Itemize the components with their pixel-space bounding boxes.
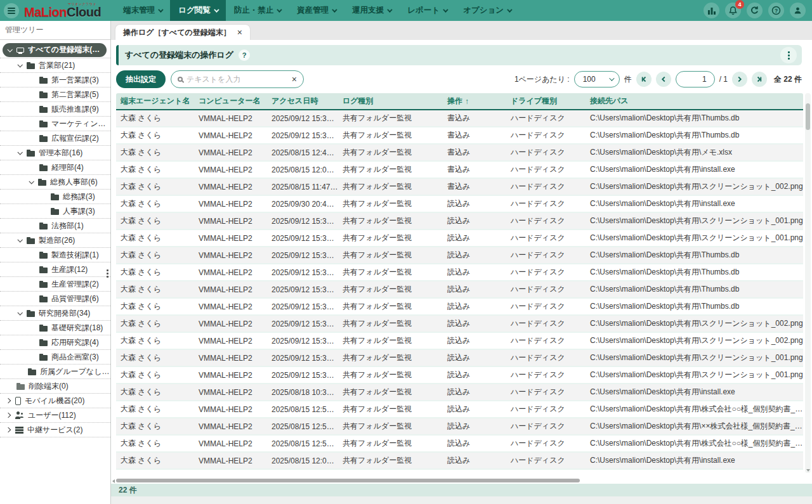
chevron-down-icon[interactable]: [17, 150, 22, 155]
table-row[interactable]: 大森 さくらVMMAL-HELP22025/08/15 12:00:41共有フォ…: [116, 453, 803, 470]
tree-item[interactable]: 製造部(26): [0, 233, 110, 248]
tree-item[interactable]: すべての登録端末(116): [0, 42, 110, 58]
table-row[interactable]: 大森 さくらVMMAL-HELP22025/09/12 15:38:57共有フォ…: [116, 333, 803, 350]
menu-item[interactable]: 防止・禁止: [226, 0, 289, 21]
tree-item[interactable]: 応用研究課(4): [0, 335, 110, 350]
table-row[interactable]: 大森 さくらVMMAL-HELP22025/08/15 11:47:59共有フォ…: [116, 179, 803, 196]
tree-item[interactable]: ユーザー(112): [0, 408, 110, 423]
table-row[interactable]: 大森 さくらVMMAL-HELP22025/09/12 15:38:55共有フォ…: [116, 367, 803, 384]
page-number-input[interactable]: [676, 71, 715, 87]
help-icon[interactable]: ?: [768, 3, 784, 18]
horizontal-scrollbar[interactable]: [116, 478, 798, 483]
column-header[interactable]: ドライブ種別: [506, 96, 586, 107]
sidebar-resize-handle[interactable]: [106, 268, 109, 279]
table-cell: VMMAL-HELP2: [194, 371, 267, 380]
table-row[interactable]: 大森 さくらVMMAL-HELP22025/09/30 20:40:20共有フォ…: [116, 196, 803, 213]
tree-item[interactable]: 品質管理課(6): [0, 292, 110, 306]
tree-item[interactable]: 経理部(4): [0, 160, 110, 175]
tree-item[interactable]: マーケティング課(2): [0, 117, 110, 131]
table-row[interactable]: 大森 さくらVMMAL-HELP22025/09/12 15:38:58共有フォ…: [116, 264, 803, 281]
table-cell: 共有フォルダー監視: [338, 284, 443, 295]
table-row[interactable]: 大森 さくらVMMAL-HELP22025/09/12 15:38:57共有フォ…: [116, 316, 803, 333]
vertical-scrollbar-thumb[interactable]: [806, 103, 810, 130]
column-header[interactable]: 接続先パス: [586, 96, 803, 107]
column-header[interactable]: 操作↑: [443, 96, 506, 107]
tree-item[interactable]: 法務部(1): [0, 219, 110, 233]
table-row[interactable]: 大森 さくらVMMAL-HELP22025/08/15 12:52:40共有フォ…: [116, 436, 803, 453]
tree-item[interactable]: 基礎研究課(18): [0, 321, 110, 335]
selected-tree-pill[interactable]: すべての登録端末(116): [3, 43, 107, 57]
table-row[interactable]: 大森 さくらVMMAL-HELP22025/09/12 15:38:57共有フォ…: [116, 110, 803, 127]
vertical-scrollbar[interactable]: [805, 93, 811, 473]
prev-page-button[interactable]: [656, 72, 671, 87]
first-page-button[interactable]: [636, 72, 652, 87]
tree-item[interactable]: 人事課(3): [0, 204, 110, 219]
table-row[interactable]: 大森 さくらVMMAL-HELP22025/08/15 12:52:40共有フォ…: [116, 418, 803, 436]
table-row[interactable]: 大森 さくらVMMAL-HELP22025/08/15 12:52:40共有フォ…: [116, 401, 803, 418]
table-row[interactable]: 大森 さくらVMMAL-HELP22025/09/12 15:39:39共有フォ…: [116, 213, 803, 230]
search-input[interactable]: [187, 75, 288, 84]
table-row[interactable]: 大森 さくらVMMAL-HELP22025/08/18 10:37:41共有フォ…: [116, 384, 803, 401]
tree-item[interactable]: 中継サービス(2): [0, 423, 110, 437]
column-header[interactable]: アクセス日時: [267, 96, 338, 107]
chevron-right-icon[interactable]: [6, 398, 11, 403]
chevron-right-icon[interactable]: [6, 427, 11, 432]
tree-item[interactable]: 総務課(3): [0, 190, 110, 204]
column-header[interactable]: 端末エージェント名: [116, 96, 194, 107]
menu-item[interactable]: 資産管理: [289, 0, 344, 21]
chevron-down-icon[interactable]: [7, 47, 12, 52]
table-row[interactable]: 大森 さくらVMMAL-HELP22025/09/12 15:38:57共有フォ…: [116, 281, 803, 299]
tree-item[interactable]: 生産管理課(2): [0, 277, 110, 292]
refresh-icon[interactable]: [747, 3, 763, 18]
tree-item[interactable]: 第二営業課(5): [0, 87, 110, 102]
hamburger-menu-icon[interactable]: [4, 3, 19, 18]
table-row[interactable]: 大森 さくらVMMAL-HELP22025/09/12 15:39:39共有フォ…: [116, 230, 803, 247]
chevron-down-icon[interactable]: [17, 237, 22, 242]
last-page-button[interactable]: [752, 72, 767, 87]
chevron-down-icon[interactable]: [29, 179, 34, 184]
menu-item[interactable]: ログ閲覧: [170, 0, 226, 21]
tree-item[interactable]: 研究開発部(34): [0, 306, 110, 321]
notifications-bell-icon[interactable]: 4: [725, 3, 741, 18]
tree-item[interactable]: 営業部(21): [0, 58, 110, 73]
tree-item[interactable]: 第一営業課(3): [0, 73, 110, 87]
tree-item[interactable]: 商品企画室(3): [0, 350, 110, 365]
help-badge-icon[interactable]: ?: [239, 49, 250, 61]
tree-item[interactable]: 管理本部(16): [0, 146, 110, 160]
menu-item[interactable]: 運用支援: [344, 0, 399, 21]
table-row[interactable]: 大森 さくらVMMAL-HELP22025/08/15 12:00:27共有フォ…: [116, 162, 803, 179]
chevron-down-icon[interactable]: [17, 62, 22, 67]
tree-item[interactable]: 総務人事部(6): [0, 175, 110, 190]
per-page-select[interactable]: 100: [574, 71, 620, 87]
close-icon[interactable]: ×: [237, 28, 242, 37]
chevron-right-icon[interactable]: [6, 413, 11, 418]
menu-item[interactable]: オプション: [455, 0, 519, 21]
table-row[interactable]: 大森 さくらVMMAL-HELP22025/09/12 15:38:57共有フォ…: [116, 127, 803, 145]
tree-item[interactable]: 生産課(12): [0, 262, 110, 277]
column-header[interactable]: コンピューター名: [194, 96, 267, 107]
table-row[interactable]: 大森 さくらVMMAL-HELP22025/08/15 12:46:03共有フォ…: [116, 145, 803, 162]
scroll-down-arrow-icon[interactable]: [806, 469, 810, 472]
column-header[interactable]: ログ種別: [338, 96, 443, 107]
horizontal-scrollbar-thumb[interactable]: [116, 479, 580, 482]
kebab-menu-icon[interactable]: [780, 47, 797, 63]
next-page-button[interactable]: [732, 72, 747, 87]
account-icon[interactable]: [790, 3, 806, 18]
table-row[interactable]: 大森 さくらVMMAL-HELP22025/09/12 15:38:58共有フォ…: [116, 247, 803, 264]
tree-item[interactable]: 削除端末(0): [0, 379, 110, 394]
filter-settings-button[interactable]: 抽出設定: [116, 70, 166, 88]
tree-item[interactable]: モバイル機器(20): [0, 394, 110, 408]
menu-item[interactable]: 端末管理: [115, 0, 170, 21]
tree-item[interactable]: 広報宣伝課(2): [0, 131, 110, 146]
menu-item[interactable]: レポート: [399, 0, 455, 21]
tree-item[interactable]: 製造技術課(1): [0, 248, 110, 262]
table-row[interactable]: 大森 さくらVMMAL-HELP22025/09/12 15:38:55共有フォ…: [116, 350, 803, 367]
chevron-down-icon[interactable]: [17, 310, 22, 315]
table-row[interactable]: 大森 さくらVMMAL-HELP22025/09/12 15:38:57共有フォ…: [116, 299, 803, 316]
tree-item[interactable]: 販売推進課(9): [0, 102, 110, 117]
tree-item[interactable]: 所属グループなし(19): [0, 365, 110, 379]
chart-icon[interactable]: [704, 3, 719, 18]
scroll-left-arrow-icon[interactable]: [112, 479, 115, 483]
tab-operation-log[interactable]: 操作ログ［すべての登録端末］ ×: [115, 25, 250, 40]
clear-search-icon[interactable]: ×: [292, 75, 297, 84]
